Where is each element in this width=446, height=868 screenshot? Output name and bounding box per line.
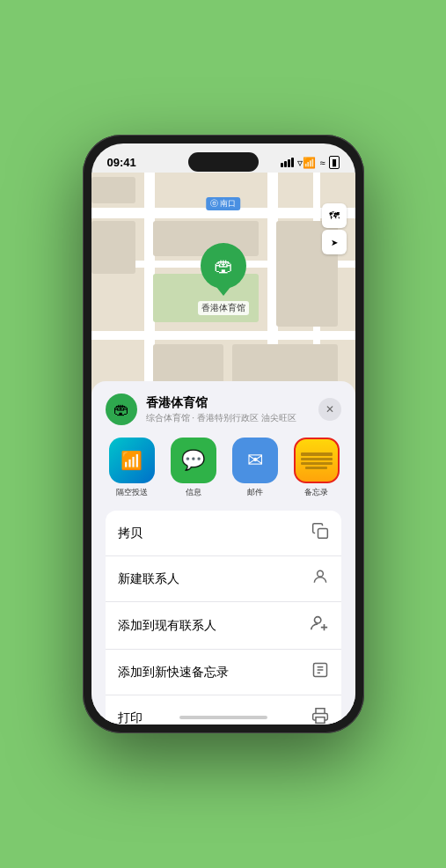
map-controls: 🗺 ➤ bbox=[322, 203, 347, 254]
action-list: 拷贝 新建联系人 添加到现有联系人 bbox=[106, 511, 341, 725]
svg-point-1 bbox=[317, 570, 323, 577]
battery-icon: ▮ bbox=[329, 156, 340, 169]
share-item-airdrop[interactable]: 📶 隔空投送 bbox=[106, 438, 158, 498]
notes-label: 备忘录 bbox=[304, 487, 328, 498]
signal-bar-1 bbox=[281, 163, 283, 167]
phone-screen: 09:41 ▿📶 ≈ ▮ bbox=[91, 143, 355, 725]
add-contact-label: 添加到现有联系人 bbox=[118, 618, 216, 634]
sheet-header: 🏟 香港体育馆 综合体育馆 · 香港特别行政区 油尖旺区 ✕ bbox=[106, 394, 341, 425]
venue-icon: 🏟 bbox=[106, 394, 137, 425]
home-indicator bbox=[179, 716, 267, 719]
notes-line-2 bbox=[301, 458, 333, 460]
share-item-notes[interactable]: 备忘录 bbox=[290, 438, 341, 498]
copy-icon bbox=[311, 522, 329, 544]
messages-icon-box: 💬 bbox=[171, 438, 216, 483]
pin-label: 香港体育馆 bbox=[198, 301, 249, 315]
close-button[interactable]: ✕ bbox=[318, 398, 341, 421]
wifi-icon: ▿📶 bbox=[297, 157, 316, 169]
add-contact-icon bbox=[310, 614, 329, 637]
venue-name: 香港体育馆 bbox=[146, 395, 310, 411]
messages-icon: 💬 bbox=[181, 449, 205, 472]
mail-icon: ✉ bbox=[247, 449, 263, 472]
action-new-contact[interactable]: 新建联系人 bbox=[106, 556, 341, 602]
pin-stadium-icon: 🏟 bbox=[214, 254, 233, 277]
signal-bar-3 bbox=[288, 159, 290, 167]
signal-bar-2 bbox=[284, 161, 287, 167]
pin-circle: 🏟 bbox=[201, 243, 246, 289]
notes-line-3 bbox=[301, 462, 333, 465]
svg-rect-0 bbox=[318, 529, 327, 539]
notes-line-top bbox=[301, 452, 333, 456]
new-contact-icon bbox=[311, 568, 329, 590]
signal-bars-icon bbox=[281, 158, 294, 167]
map-type-button[interactable]: 🗺 bbox=[322, 203, 347, 228]
venue-info: 香港体育馆 综合体育馆 · 香港特别行政区 油尖旺区 bbox=[146, 395, 310, 424]
wifi-symbol: ≈ bbox=[319, 158, 325, 168]
action-copy[interactable]: 拷贝 bbox=[106, 511, 341, 556]
action-print[interactable]: 打印 bbox=[106, 695, 341, 725]
map-block-6 bbox=[91, 221, 135, 274]
location-button[interactable]: ➤ bbox=[322, 230, 347, 254]
bottom-sheet: 🏟 香港体育馆 综合体育馆 · 香港特别行政区 油尖旺区 ✕ 📶 隔空投送 bbox=[91, 381, 355, 725]
notes-icon-box bbox=[294, 438, 340, 483]
share-row: 📶 隔空投送 💬 信息 ✉ 邮件 bbox=[106, 438, 341, 498]
mail-icon-box: ✉ bbox=[232, 438, 278, 483]
venue-subtitle: 综合体育馆 · 香港特别行政区 油尖旺区 bbox=[146, 412, 310, 424]
action-add-contact[interactable]: 添加到现有联系人 bbox=[106, 602, 341, 650]
phone-frame: 09:41 ▿📶 ≈ ▮ bbox=[83, 135, 364, 733]
status-time: 09:41 bbox=[107, 156, 136, 169]
svg-point-2 bbox=[314, 617, 320, 623]
airdrop-icon: 📶 bbox=[121, 450, 143, 471]
messages-label: 信息 bbox=[186, 487, 201, 498]
svg-rect-9 bbox=[316, 717, 325, 724]
action-quick-note[interactable]: 添加到新快速备忘录 bbox=[106, 650, 341, 695]
print-icon bbox=[311, 707, 329, 725]
quick-note-label: 添加到新快速备忘录 bbox=[118, 665, 229, 680]
map-label: ⓔ 南口 bbox=[206, 197, 241, 210]
location-pin: 🏟 香港体育馆 bbox=[198, 243, 249, 315]
dynamic-island bbox=[188, 152, 259, 172]
airdrop-label: 隔空投送 bbox=[116, 487, 148, 498]
signal-bar-4 bbox=[291, 158, 294, 167]
share-item-messages[interactable]: 💬 信息 bbox=[167, 438, 220, 498]
status-icons: ▿📶 ≈ ▮ bbox=[281, 156, 339, 169]
map-label-prefix: ⓔ bbox=[210, 199, 221, 208]
map-label-text: 南口 bbox=[220, 199, 236, 208]
print-label: 打印 bbox=[118, 710, 143, 725]
mail-label: 邮件 bbox=[247, 487, 263, 498]
map-block-5 bbox=[91, 177, 135, 203]
share-item-mail[interactable]: ✉ 邮件 bbox=[229, 438, 281, 498]
copy-label: 拷贝 bbox=[118, 526, 143, 541]
new-contact-label: 新建联系人 bbox=[118, 571, 179, 587]
notes-line-4 bbox=[305, 467, 327, 469]
airdrop-icon-box: 📶 bbox=[109, 438, 155, 483]
quick-note-icon bbox=[311, 661, 329, 683]
